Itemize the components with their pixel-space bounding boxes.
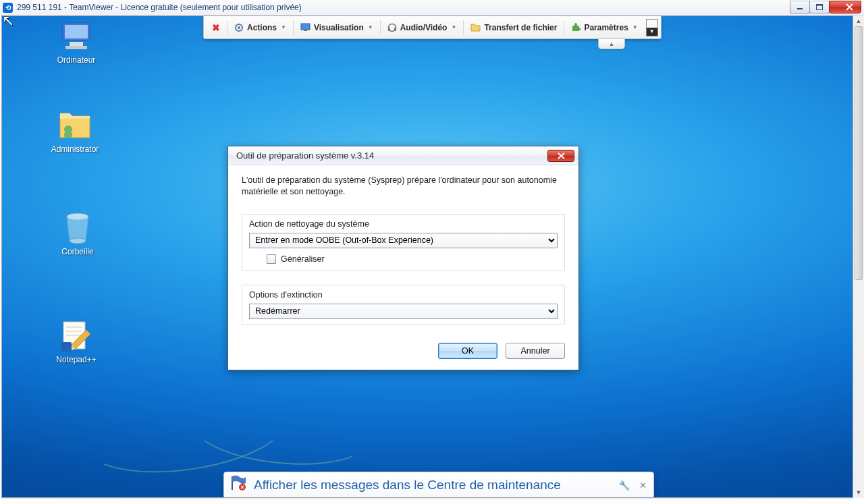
group-cleanup-action: Action de nettoyage du système Entrer en…: [242, 214, 565, 271]
svg-rect-8: [64, 132, 72, 138]
svg-point-17: [238, 26, 240, 29]
flag-icon: [230, 474, 247, 496]
action-center-notification[interactable]: Afficher les messages dans le Centre de …: [223, 472, 654, 498]
chevron-down-icon: ▼: [368, 24, 373, 30]
svg-rect-5: [70, 42, 83, 46]
toolbar-audio-video-label: Audio/Vidéo: [400, 23, 448, 32]
svg-rect-15: [61, 342, 72, 352]
close-icon: [558, 152, 565, 159]
group-shutdown-options: Options d'extinction Redémarrer: [242, 285, 565, 325]
notification-close-icon[interactable]: ✕: [638, 479, 648, 492]
session-close-button[interactable]: ✖: [207, 20, 225, 36]
svg-rect-18: [301, 24, 310, 30]
scroll-up-arrow[interactable]: ▲: [853, 16, 864, 26]
scroll-down-arrow[interactable]: ▼: [853, 487, 864, 498]
dialog-titlebar: Outil de préparation système v.3.14: [228, 146, 578, 165]
toolbar-more-button[interactable]: ▼: [646, 19, 658, 36]
remote-desktop-viewport: ↖ Ordinateur Administrator Corbeille Not…: [1, 16, 853, 498]
sysprep-dialog: Outil de préparation système v.3.14 L'ou…: [227, 146, 579, 370]
outer-bottom-bar: [1, 498, 853, 504]
scroll-thumb[interactable]: [855, 26, 863, 280]
desktop-icon-ordinateur[interactable]: Ordinateur: [43, 20, 110, 65]
generalize-label: Généraliser: [281, 254, 325, 264]
wallpaper-decoration: [83, 389, 434, 470]
notepadpp-icon: [59, 320, 94, 352]
toolbar-parametres[interactable]: Paramètres▼: [566, 20, 643, 35]
svg-rect-0: [797, 8, 803, 9]
window-controls: [790, 1, 861, 13]
puzzle-icon: [571, 23, 580, 32]
close-button[interactable]: [829, 1, 861, 13]
svg-rect-21: [388, 28, 390, 31]
outer-vertical-scrollbar[interactable]: ▲ ▼: [853, 16, 864, 498]
cleanup-action-select[interactable]: Entrer en mode OOBE (Out-of-Box Experien…: [249, 233, 558, 248]
generalize-checkbox[interactable]: [267, 254, 276, 264]
teamviewer-toolbar: ✖ Actions▼ Visualisation▼ Audio/Vidéo▼ T…: [203, 16, 662, 39]
dialog-description: L'outil de préparation du système (Syspr…: [242, 175, 565, 198]
chevron-down-icon: ▼: [451, 24, 456, 30]
svg-rect-6: [65, 46, 87, 49]
app-titlebar: ⟲ 299 511 191 - TeamViewer - Licence gra…: [0, 0, 864, 16]
minimize-button[interactable]: [790, 1, 810, 13]
desktop-icon-label: Notepad++: [43, 355, 110, 364]
toolbar-visualisation-label: Visualisation: [314, 23, 364, 32]
svg-point-10: [70, 238, 86, 244]
ok-button[interactable]: OK: [438, 343, 497, 359]
monitor-icon: [300, 23, 310, 32]
toolbar-transfert-label: Transfert de fichier: [484, 23, 557, 32]
gear-icon: [234, 23, 244, 32]
desktop-icon-administrator[interactable]: Administrator: [41, 109, 109, 154]
teamviewer-icon: ⟲: [3, 3, 13, 13]
folder-user-icon: [57, 109, 92, 142]
svg-rect-22: [394, 28, 396, 31]
toolbar-audio-video[interactable]: Audio/Vidéo▼: [382, 20, 462, 35]
toolbar-visualisation[interactable]: Visualisation▼: [295, 20, 379, 35]
chevron-down-icon: ▼: [281, 24, 286, 30]
desktop-icon-label: Corbeille: [44, 247, 111, 256]
dialog-title-text: Outil de préparation système v.3.14: [236, 150, 374, 161]
chevron-down-icon: ▼: [632, 24, 638, 30]
wrench-icon[interactable]: 🔧: [618, 479, 631, 492]
computer-icon: [59, 20, 94, 53]
desktop-icon-label: Administrator: [41, 144, 109, 154]
group-shutdown-legend: Options d'extinction: [246, 290, 325, 300]
window-title: 299 511 191 - TeamViewer - Licence gratu…: [17, 3, 302, 12]
maximize-button[interactable]: [809, 1, 830, 13]
toolbar-transfert[interactable]: Transfert de fichier: [465, 20, 562, 35]
toolbar-parametres-label: Paramètres: [584, 23, 628, 32]
headset-icon: [387, 23, 397, 32]
shutdown-options-select[interactable]: Redémarrer: [249, 304, 558, 319]
desktop-icon-corbeille[interactable]: Corbeille: [44, 212, 111, 256]
cursor-icon: ↖: [2, 16, 14, 30]
recycle-bin-icon: [60, 212, 95, 244]
dialog-close-button[interactable]: [547, 150, 574, 162]
toolbar-collapse-handle[interactable]: ▲: [598, 39, 625, 49]
svg-rect-19: [304, 30, 307, 31]
notification-message: Afficher les messages dans le Centre de …: [254, 478, 611, 493]
cancel-button[interactable]: Annuler: [506, 343, 565, 359]
svg-rect-2: [817, 5, 823, 6]
toolbar-actions[interactable]: Actions▼: [229, 20, 292, 35]
toolbar-actions-label: Actions: [247, 23, 277, 32]
scroll-track[interactable]: [853, 26, 864, 487]
group-cleanup-legend: Action de nettoyage du système: [246, 219, 372, 229]
folder-icon: [470, 23, 481, 32]
svg-rect-4: [65, 25, 88, 38]
desktop-icon-notepadpp[interactable]: Notepad++: [43, 320, 110, 364]
desktop-icon-label: Ordinateur: [43, 55, 110, 65]
